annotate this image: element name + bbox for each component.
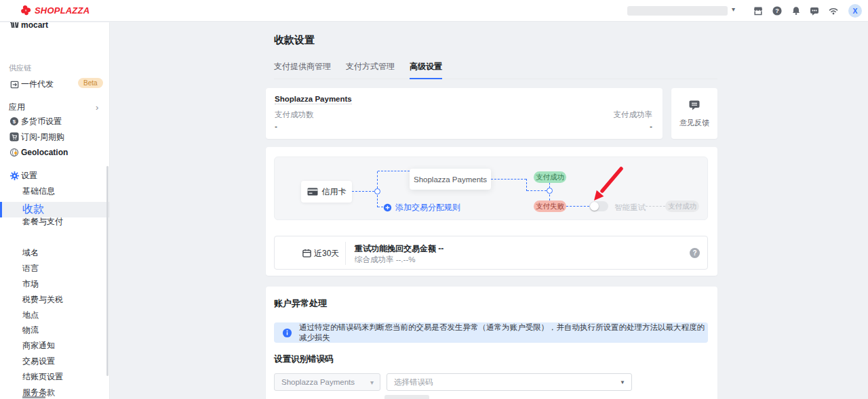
sidebar-item[interactable]: 商家通知: [0, 339, 110, 352]
notifications-bell-icon[interactable]: [791, 5, 802, 16]
sidebar-item[interactable]: 结账页设置: [0, 370, 110, 383]
caret-down-filled-icon: ▼: [620, 379, 625, 385]
dropshipping-box-icon: [9, 79, 20, 89]
provider-select-value: Shoplazza Payments: [281, 378, 355, 386]
user-avatar[interactable]: X: [848, 4, 862, 18]
success-count-value: -: [275, 122, 277, 131]
provider-select[interactable]: Shoplazza Payments ▾: [274, 373, 380, 391]
globe-icon: [9, 147, 20, 158]
mocart-app-icon: [9, 22, 20, 30]
sidebar-item[interactable]: 物流: [0, 323, 110, 337]
sidebar-scrollbar[interactable]: [106, 166, 108, 376]
sidebar-section-supply-chain: 供应链: [9, 63, 31, 73]
shoplazza-flower-icon: [20, 5, 31, 16]
tab-payment-methods[interactable]: 支付方式管理: [346, 61, 395, 79]
info-banner: 通过特定的错误码来判断您当前的交易是否发生异常（通常为账户受限），并自动执行所设…: [274, 322, 708, 343]
tab-bar: 支付提供商管理 支付方式管理 高级设置: [274, 61, 717, 79]
error-code-subtitle: 设置识别错误码: [274, 354, 334, 365]
error-code-placeholder: 选择错误码: [394, 377, 433, 387]
provider-stats-card: Shoplazza Payments 支付成功数 - 支付成功率 -: [266, 88, 663, 139]
flow-node-credit-card[interactable]: 信用卡: [301, 181, 352, 203]
success-count-label: 支付成功数: [275, 110, 314, 120]
payment-fail-pill: 支付失败: [534, 201, 566, 212]
messages-icon[interactable]: [809, 5, 820, 16]
help-icon[interactable]: ?: [772, 5, 783, 16]
storefront-icon[interactable]: [753, 5, 764, 16]
brand-name: SHOPLAZZA: [35, 5, 90, 16]
store-selector-caret-icon[interactable]: ▾: [732, 5, 735, 13]
info-icon: [282, 328, 292, 338]
sidebar-item[interactable]: 基础信息: [0, 184, 110, 198]
svg-text:$: $: [13, 119, 16, 125]
flow-node-credit-card-label: 信用卡: [322, 186, 347, 198]
sidebar-item-subscription[interactable]: 订阅-周期购: [0, 130, 110, 144]
sidebar-item-apps[interactable]: 应用 ›: [0, 100, 110, 114]
feedback-button[interactable]: 意见反馈: [671, 88, 717, 139]
date-range-label: 近30天: [314, 248, 339, 259]
account-exception-card: 账户异常处理 通过特定的错误码来判断您当前的交易是否发生异常（通常为账户受限），…: [266, 287, 717, 399]
sidebar-item[interactable]: 税费与关税: [0, 293, 110, 306]
annotation-arrow-icon: [584, 163, 631, 204]
flow-split-node: [374, 188, 380, 194]
sidebar-item[interactable]: 地点: [0, 308, 110, 322]
tab-advanced-settings[interactable]: 高级设置: [410, 61, 442, 79]
sidebar-item[interactable]: 服务条款: [0, 385, 110, 399]
chevron-right-icon: ›: [96, 102, 98, 112]
clipped-button[interactable]: [384, 395, 429, 399]
currency-icon: $: [9, 116, 20, 127]
sidebar-item-multi-currency[interactable]: $ 多货币设置: [0, 114, 110, 128]
sidebar-item[interactable]: 语言: [0, 261, 110, 275]
brand-logo[interactable]: SHOPLAZZA: [20, 5, 90, 16]
flow-node-provider-label: Shoplazza Payments: [414, 175, 487, 184]
plus-circle-icon: [383, 203, 392, 212]
smart-retry-label: 智能重试: [614, 203, 646, 213]
feedback-label: 意见反馈: [671, 118, 717, 128]
flow-result-node: [547, 188, 553, 194]
provider-name[interactable]: Shoplazza Payments: [275, 95, 352, 104]
wifi-icon[interactable]: [828, 5, 839, 16]
sidebar-item[interactable]: 交易设置: [0, 354, 110, 368]
sidebar-item[interactable]: 市场: [0, 277, 110, 291]
divider: [345, 242, 346, 265]
add-allocation-rule-label: 添加交易分配规则: [395, 202, 460, 213]
sidebar: mocart 供应链 一件代发 Beta 应用 › $ 多货币设置 订阅-周期购…: [0, 22, 110, 399]
flow-node-provider[interactable]: Shoplazza Payments: [410, 169, 491, 190]
payment-flow-diagram: 信用卡 Shoplazza Payments 添加交易分配规则 支付成功 支付失…: [274, 156, 708, 220]
success-rate-label: 支付成功率: [614, 110, 653, 120]
exception-title: 账户异常处理: [274, 297, 327, 310]
top-bar: SHOPLAZZA ▾ ? X: [0, 0, 868, 22]
retry-success-pill: 支付成功: [665, 201, 699, 212]
svg-text:?: ?: [775, 7, 779, 14]
sidebar-item-clipped: [22, 396, 45, 398]
calendar-icon: [302, 248, 312, 258]
store-selector-redacted[interactable]: [627, 6, 728, 16]
combined-rate-text: 综合成功率 --.--%: [355, 255, 415, 265]
gear-icon: [9, 170, 20, 181]
sidebar-item[interactable]: 域名: [0, 246, 110, 259]
help-tooltip-icon[interactable]: ?: [690, 248, 700, 258]
error-code-select[interactable]: 选择错误码 ▼: [387, 373, 632, 391]
retry-amount-text: 重试功能挽回交易金额 --: [355, 243, 443, 255]
sidebar-item-geolocation[interactable]: Geolocation: [0, 146, 110, 159]
tab-payment-providers[interactable]: 支付提供商管理: [274, 61, 331, 79]
sidebar-item-mocart[interactable]: mocart: [0, 22, 110, 32]
sidebar-item-settings[interactable]: 设置: [0, 169, 110, 182]
add-allocation-rule-link[interactable]: 添加交易分配规则: [383, 202, 460, 213]
sidebar-item-active-payments[interactable]: 收款: [0, 202, 110, 217]
beta-badge: Beta: [78, 78, 103, 88]
subscription-cart-icon: [9, 131, 20, 142]
caret-down-icon: ▾: [370, 379, 374, 386]
page-title: 收款设置: [274, 34, 315, 47]
credit-card-icon: [307, 188, 318, 196]
payment-success-pill: 支付成功: [534, 171, 566, 183]
info-banner-text: 通过特定的错误码来判断您当前的交易是否发生异常（通常为账户受限），并自动执行所设…: [299, 322, 708, 343]
success-rate-value: -: [650, 122, 652, 131]
retry-stats-card: 近30天 重试功能挽回交易金额 -- 综合成功率 --.--% ?: [274, 236, 708, 270]
sidebar-item-dropshipping[interactable]: 一件代发 Beta: [0, 77, 110, 91]
feedback-chat-icon: [688, 100, 701, 111]
